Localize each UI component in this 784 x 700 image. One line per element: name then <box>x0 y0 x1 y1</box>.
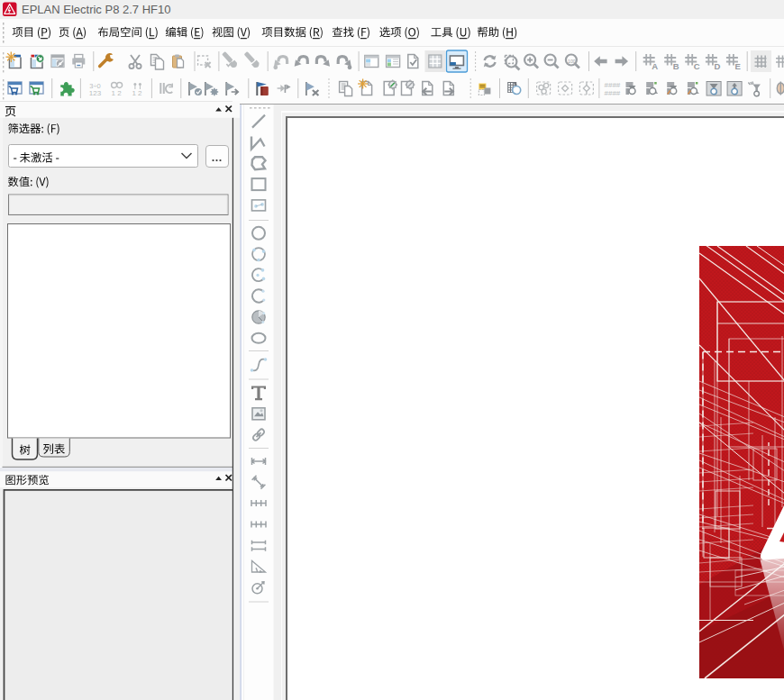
svg-text:1 2: 1 2 <box>132 89 142 97</box>
svg-text:1 2: 1 2 <box>112 89 123 97</box>
svg-text:####: #### <box>605 89 621 97</box>
svg-text:D: D <box>714 61 720 71</box>
svg-text:E: E <box>734 61 740 71</box>
svg-text:B: B <box>673 61 679 71</box>
svg-text:100: 100 <box>568 59 576 64</box>
svg-text:123: 123 <box>89 89 102 97</box>
svg-text:A: A <box>652 61 658 71</box>
svg-text:C: C <box>694 61 700 71</box>
